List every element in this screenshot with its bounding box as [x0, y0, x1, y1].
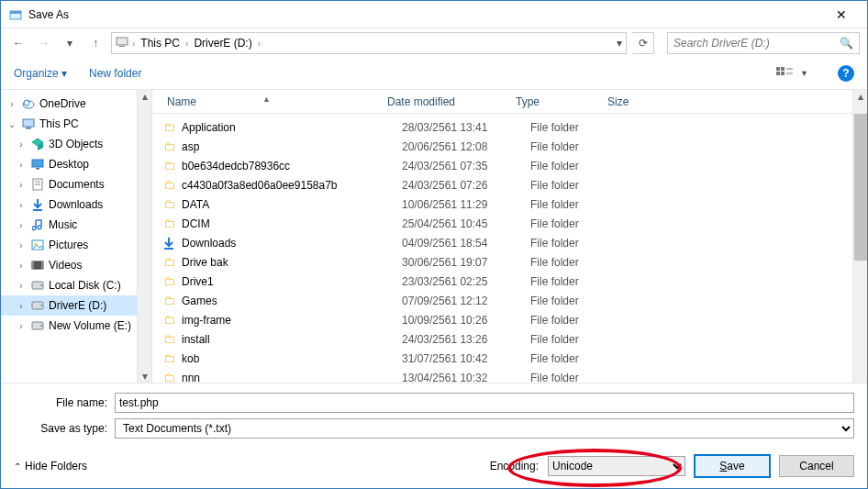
savetype-select[interactable]: Text Documents (*.txt) [115, 418, 854, 439]
tree-item-onedrive[interactable]: ›OneDrive [1, 94, 151, 114]
newfolder-button[interactable]: New folder [89, 67, 141, 80]
file-row[interactable]: 🗀Drive bak30/06/2561 19:07File folder [161, 252, 867, 272]
expand-icon[interactable]: › [16, 160, 27, 170]
col-name[interactable]: Name▲ [161, 95, 382, 108]
folder-icon: 🗀 [161, 197, 176, 212]
column-header[interactable]: Name▲ Date modified Type Size [152, 90, 867, 114]
search-input[interactable] [673, 37, 840, 50]
cancel-button[interactable]: Cancel [779, 455, 854, 477]
pc-icon [116, 37, 128, 50]
file-scrollbar[interactable]: ▴ [852, 90, 867, 383]
tree-item-this-pc[interactable]: ⌄This PC [1, 114, 151, 134]
svg-rect-3 [119, 46, 125, 47]
chevron-icon[interactable] [258, 39, 261, 49]
file-row[interactable]: 🗀Drive123/03/2561 02:25File folder [161, 272, 867, 291]
tree-item-music[interactable]: ›Music [1, 215, 151, 235]
close-button[interactable]: ✕ [823, 2, 860, 28]
expand-icon[interactable]: › [16, 180, 27, 190]
file-date: 31/07/2561 10:42 [402, 352, 530, 365]
chevron-icon[interactable] [132, 39, 135, 49]
drive-icon [30, 298, 45, 313]
breadcrumb-thispc[interactable]: This PC [139, 37, 182, 50]
tree-item-label: This PC [39, 117, 79, 130]
expand-icon[interactable]: › [16, 281, 27, 291]
help-icon[interactable]: ? [838, 65, 854, 82]
3d-icon [30, 137, 45, 151]
file-row[interactable]: 🗀Application28/03/2561 13:41File folder [161, 117, 867, 137]
file-date: 28/03/2561 13:41 [402, 121, 530, 134]
tree-scrollbar[interactable]: ▴▾ [137, 90, 151, 383]
file-row[interactable]: 🗀Games07/09/2561 12:12File folder [161, 291, 867, 310]
file-row[interactable]: 🗀nnn13/04/2561 10:32File folder [161, 368, 867, 383]
organize-button[interactable]: Organize ▾ [14, 67, 67, 80]
file-row[interactable]: 🗀b0e634dedcb78936cc24/03/2561 07:35File … [161, 156, 867, 175]
chevron-up-icon: ⌃ [14, 461, 21, 472]
expand-icon[interactable]: › [16, 240, 27, 250]
expand-icon[interactable]: › [16, 321, 27, 331]
tree-item-videos[interactable]: ›Videos [1, 255, 151, 275]
breadcrumb-driverE[interactable]: DriverE (D:) [192, 37, 253, 50]
tree-item-desktop[interactable]: ›Desktop [1, 154, 151, 174]
folder-icon: 🗀 [161, 274, 176, 289]
folder-icon: 🗀 [161, 351, 176, 366]
tree-item-downloads[interactable]: ›Downloads [1, 194, 151, 215]
col-size[interactable]: Size [602, 95, 675, 108]
svg-rect-17 [36, 168, 39, 170]
folder-icon: 🗀 [161, 178, 176, 193]
chevron-icon[interactable] [185, 39, 188, 49]
file-row[interactable]: 🗀c4430a0f3a8ed06a0ee9158a7b24/03/2561 07… [161, 175, 867, 194]
expand-icon[interactable]: ⌄ [6, 119, 17, 129]
filename-input[interactable] [115, 393, 854, 413]
file-row[interactable]: 🗀asp20/06/2561 12:08File folder [161, 137, 867, 156]
docs-icon [30, 177, 45, 192]
svg-rect-1 [10, 11, 21, 14]
col-date[interactable]: Date modified [382, 95, 510, 108]
refresh-button[interactable]: ⟳ [632, 32, 654, 54]
file-name: asp [182, 140, 402, 153]
tree-item-drivere-d-[interactable]: ›DriverE (D:) [1, 295, 151, 316]
expand-icon[interactable]: › [16, 261, 27, 271]
file-row[interactable]: 🗀install24/03/2561 13:26File folder [161, 329, 867, 349]
tree-item-label: 3D Objects [49, 138, 103, 150]
file-name: DCIM [182, 217, 402, 230]
up-button[interactable]: ↑ [85, 33, 106, 53]
address-dropdown-icon[interactable]: ▾ [617, 37, 622, 50]
expand-icon[interactable]: › [16, 139, 27, 150]
scroll-thumb[interactable] [854, 114, 867, 261]
expand-icon[interactable]: › [16, 301, 27, 311]
expand-icon[interactable]: › [16, 200, 27, 210]
tree-item-local-disk-c-[interactable]: ›Local Disk (C:) [1, 275, 151, 295]
svg-rect-7 [781, 72, 785, 75]
col-type[interactable]: Type [510, 95, 602, 108]
file-row[interactable]: Downloads04/09/2561 18:54File folder [161, 233, 867, 252]
expand-icon[interactable]: › [16, 220, 27, 230]
tree-item-3d-objects[interactable]: ›3D Objects [1, 134, 151, 154]
file-row[interactable]: 🗀DATA10/06/2561 11:29File folder [161, 194, 867, 214]
search-icon[interactable]: 🔍 [840, 37, 853, 50]
save-button[interactable]: Save [695, 455, 770, 477]
file-date: 30/06/2561 19:07 [402, 256, 530, 269]
file-name: img-frame [182, 314, 402, 327]
address-bar[interactable]: This PC DriverE (D:) ▾ [111, 32, 627, 54]
file-type: File folder [530, 295, 622, 307]
hide-folders-button[interactable]: ⌃ Hide Folders [14, 460, 87, 472]
tree-item-documents[interactable]: ›Documents [1, 174, 151, 194]
view-dropdown-icon[interactable]: ▼ [800, 69, 808, 78]
back-button[interactable]: ← [8, 33, 28, 53]
nav-tree[interactable]: ›OneDrive⌄This PC›3D Objects›Desktop›Doc… [1, 90, 152, 383]
tree-item-new-volume-e-[interactable]: ›New Volume (E:) [1, 316, 151, 336]
file-row[interactable]: 🗀DCIM25/04/2561 10:45File folder [161, 214, 867, 233]
file-list[interactable]: 🗀Application28/03/2561 13:41File folder🗀… [152, 114, 867, 383]
recent-dropdown[interactable]: ▾ [60, 33, 80, 53]
forward-button[interactable]: → [34, 33, 54, 53]
expand-icon[interactable]: › [6, 99, 17, 109]
encoding-select[interactable]: Unicode [548, 456, 685, 476]
view-mode-button[interactable] [776, 66, 793, 82]
tree-item-pictures[interactable]: ›Pictures [1, 235, 151, 255]
file-row[interactable]: 🗀kob31/07/2561 10:42File folder [161, 349, 867, 368]
sort-asc-icon: ▲ [262, 94, 271, 104]
search-box[interactable]: 🔍 [667, 32, 860, 54]
file-date: 10/09/2561 10:26 [402, 314, 530, 327]
file-row[interactable]: 🗀img-frame10/09/2561 10:26File folder [161, 310, 867, 329]
svg-rect-13 [26, 128, 31, 129]
